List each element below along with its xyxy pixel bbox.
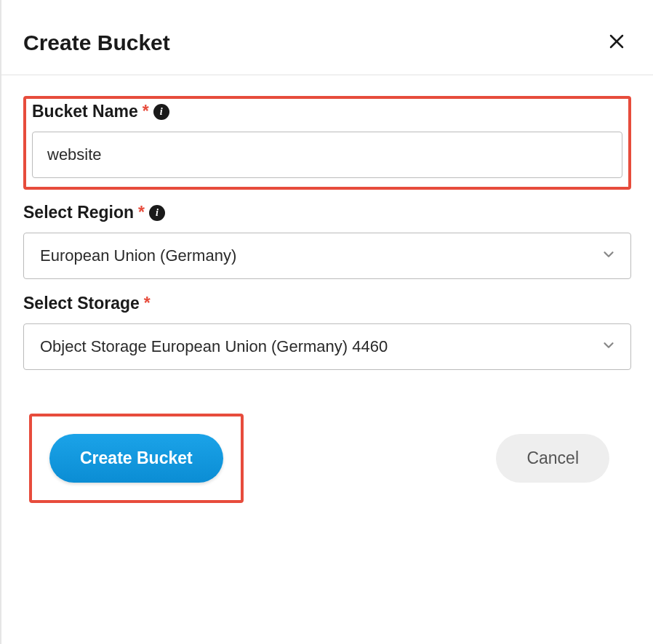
region-label-row: Select Region * i — [23, 203, 631, 222]
region-selected-value: European Union (Germany) — [40, 246, 236, 265]
bucket-name-label: Bucket Name — [32, 102, 138, 121]
close-button[interactable] — [602, 29, 631, 57]
cancel-button[interactable]: Cancel — [496, 434, 609, 483]
bucket-name-label-row: Bucket Name * i — [32, 102, 622, 121]
modal-body: Bucket Name * i Select Region * i Europe… — [1, 76, 653, 525]
storage-label: Select Storage — [23, 294, 140, 313]
bucket-name-input[interactable] — [32, 132, 622, 178]
bucket-name-group: Bucket Name * i — [32, 102, 622, 178]
region-label: Select Region — [23, 203, 134, 222]
storage-select-wrapper: Object Storage European Union (Germany) … — [23, 323, 631, 370]
info-icon[interactable]: i — [153, 104, 169, 120]
modal-title: Create Bucket — [23, 31, 170, 55]
close-icon — [608, 31, 625, 55]
region-select-wrapper: European Union (Germany) — [23, 233, 631, 279]
create-bucket-modal: Create Bucket Bucket Name * i — [0, 0, 653, 644]
highlight-create-button: Create Bucket — [29, 414, 244, 503]
storage-select[interactable]: Object Storage European Union (Germany) … — [23, 323, 631, 370]
required-asterisk: * — [143, 102, 149, 121]
highlight-bucket-name: Bucket Name * i — [23, 96, 631, 190]
storage-selected-value: Object Storage European Union (Germany) … — [40, 337, 388, 355]
storage-label-row: Select Storage * — [23, 294, 631, 313]
create-bucket-button[interactable]: Create Bucket — [49, 434, 223, 483]
info-icon[interactable]: i — [149, 205, 165, 221]
required-asterisk: * — [144, 294, 151, 313]
storage-group: Select Storage * Object Storage European… — [23, 294, 631, 370]
region-group: Select Region * i European Union (German… — [23, 203, 631, 279]
modal-header: Create Bucket — [1, 0, 653, 76]
modal-footer: Create Bucket Cancel — [23, 385, 631, 503]
required-asterisk: * — [138, 203, 145, 222]
region-select[interactable]: European Union (Germany) — [23, 233, 631, 279]
